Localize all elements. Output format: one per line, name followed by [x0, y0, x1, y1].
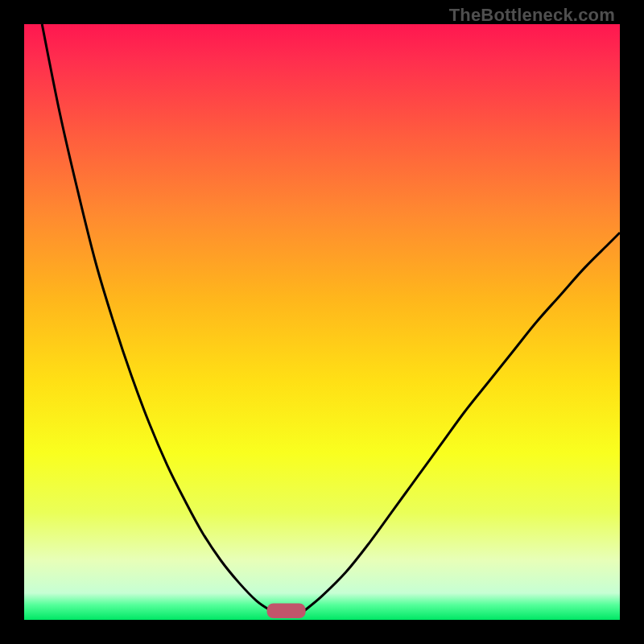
outer-frame: TheBottleneck.com: [0, 0, 644, 644]
chart-svg: [24, 24, 620, 620]
optimal-marker: [267, 604, 306, 619]
watermark-text: TheBottleneck.com: [449, 5, 615, 26]
chart-plot-area: [24, 24, 620, 620]
